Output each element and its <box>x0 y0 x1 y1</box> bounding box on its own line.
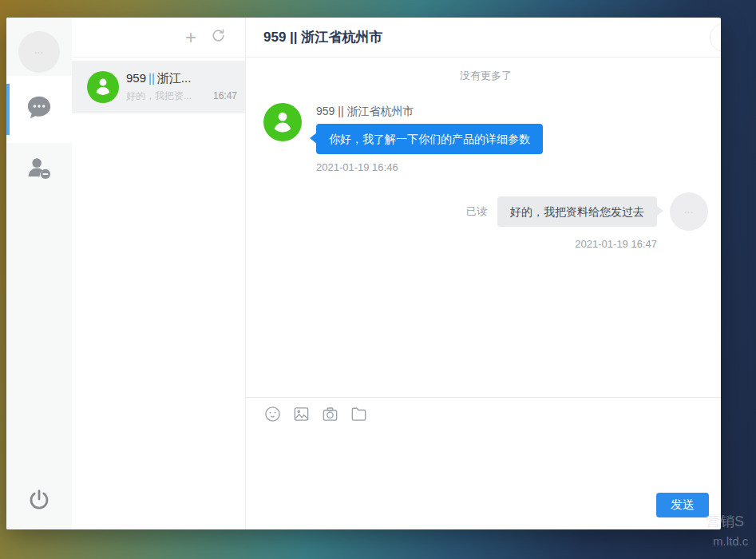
logout-button[interactable] <box>27 488 51 515</box>
file-icon <box>350 405 368 426</box>
self-avatar-hint: ••• <box>684 208 693 216</box>
sidebar-item-chats[interactable] <box>6 76 72 143</box>
message-timestamp: 2021-01-19 16:46 <box>316 161 543 173</box>
message-history[interactable]: 没有更多了 959 || 浙江省杭州市 你好，我了解一下你们的产品的详细参数 <box>246 57 721 397</box>
composer-toolbar <box>246 398 721 426</box>
chat-main: 959 || 浙江省杭州市 ‹ 没有更多了 959 || 浙江省杭州市 <box>246 18 721 529</box>
chat-list-panel: + 959||浙江... <box>72 18 246 529</box>
outgoing-row: 已读 好的，我把资料给您发过去 ••• <box>466 192 708 231</box>
message-body: 已读 好的，我把资料给您发过去 ••• 2021-01-19 16:47 <box>466 192 708 250</box>
add-chat-button[interactable]: + <box>185 28 196 47</box>
sidebar-item-contacts[interactable] <box>6 143 72 196</box>
chat-list-toolbar: + <box>72 18 245 57</box>
user-minus-icon <box>26 154 53 184</box>
no-more-label: 没有更多了 <box>263 69 708 83</box>
message-body: 959 || 浙江省杭州市 你好，我了解一下你们的产品的详细参数 2021-01… <box>316 103 543 173</box>
contact-avatar <box>263 103 302 141</box>
chat-item-subline: 好的，我把资... 16:47 <box>126 89 237 103</box>
person-icon <box>269 107 296 137</box>
emoji-button[interactable] <box>263 405 282 426</box>
image-icon <box>292 405 311 426</box>
person-icon <box>92 74 114 100</box>
chat-item-body: 959||浙江... 好的，我把资... 16:47 <box>126 71 237 103</box>
nav-sidebar: ••• <box>6 18 72 529</box>
chat-header: 959 || 浙江省杭州市 ‹ <box>246 18 721 57</box>
chat-item-preview: 好的，我把资... <box>126 89 208 103</box>
active-indicator-bar <box>6 84 10 135</box>
chat-bubble-icon <box>26 94 53 125</box>
refresh-icon <box>211 28 226 46</box>
chat-item-title: 959||浙江... <box>126 71 237 86</box>
profile-avatar[interactable]: ••• <box>18 31 60 73</box>
app-window: ••• <box>6 18 721 529</box>
profile-avatar-hint: ••• <box>34 49 43 56</box>
power-icon <box>27 488 51 515</box>
self-avatar: ••• <box>670 192 708 231</box>
incoming-bubble: 你好，我了解一下你们的产品的详细参数 <box>316 124 543 154</box>
read-status: 已读 <box>466 204 487 219</box>
image-button[interactable] <box>292 405 311 426</box>
chat-item-avatar <box>87 71 119 103</box>
chat-list-item[interactable]: 959||浙江... 好的，我把资... 16:47 <box>72 61 245 113</box>
watermark-line2: m.ltd.c <box>713 534 748 548</box>
file-button[interactable] <box>350 405 368 426</box>
message-timestamp: 2021-01-19 16:47 <box>466 238 657 250</box>
message-sender: 959 || 浙江省杭州市 <box>316 103 543 119</box>
message-input[interactable] <box>246 426 721 493</box>
screenshot-button[interactable] <box>321 405 339 426</box>
message-text: 好的，我把资料给您发过去 <box>510 205 644 218</box>
chat-item-time: 16:47 <box>213 90 237 101</box>
message-outgoing: 已读 好的，我把资料给您发过去 ••• 2021-01-19 16:47 <box>263 192 708 250</box>
collapse-panel-button[interactable]: ‹ <box>710 23 721 52</box>
message-text: 你好，我了解一下你们的产品的详细参数 <box>329 133 530 145</box>
composer-actions: 发送 <box>246 493 721 529</box>
send-button[interactable]: 发送 <box>656 493 709 517</box>
screenshot-icon <box>321 405 339 426</box>
chat-title: 959 || 浙江省杭州市 <box>263 28 382 46</box>
emoji-icon <box>263 405 282 426</box>
outgoing-bubble: 好的，我把资料给您发过去 <box>497 196 657 227</box>
message-incoming: 959 || 浙江省杭州市 你好，我了解一下你们的产品的详细参数 2021-01… <box>263 103 708 173</box>
refresh-button[interactable] <box>211 28 226 46</box>
composer: 发送 <box>246 397 721 529</box>
